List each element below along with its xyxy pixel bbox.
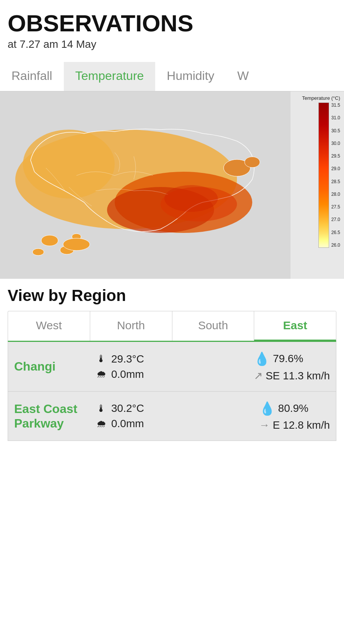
temperature-map — [0, 91, 290, 279]
station-metrics-changi: 🌡 29.3°C 🌧 0.0mm — [91, 353, 248, 381]
temperature-value-changi: 29.3°C — [111, 353, 144, 365]
svg-point-11 — [245, 157, 260, 168]
region-tabs: West North South East — [8, 311, 336, 341]
svg-point-13 — [164, 185, 218, 212]
tab-temperature[interactable]: Temperature — [64, 62, 156, 91]
station-extras-east-coast: 💧 80.9% → E 12.8 km/h — [253, 401, 330, 431]
rain-icon-ecp: 🌧 — [94, 418, 108, 430]
header: OBSERVATIONS at 7.27 am 14 May — [0, 0, 344, 54]
wind-arrow-icon-ecp: → — [259, 419, 270, 431]
temperature-legend: Temperature (°C) 31.5 31.0 30.5 30.0 29.… — [290, 95, 340, 248]
wind-row-changi: ↗ SE 11.3 km/h — [254, 369, 330, 382]
thermometer-icon: 🌡 — [94, 353, 108, 365]
temperature-row-changi: 🌡 29.3°C — [94, 353, 248, 365]
main-tabs: Rainfall Temperature Humidity W — [0, 62, 344, 91]
rainfall-row-east-coast: 🌧 0.0mm — [94, 418, 253, 430]
rainfall-value-changi: 0.0mm — [111, 368, 144, 381]
station-extras-changi: 💧 79.6% ↗ SE 11.3 km/h — [248, 351, 330, 382]
region-content: Changi 🌡 29.3°C 🌧 0.0mm 💧 79.6% ↗ — [8, 341, 336, 441]
legend-title: Temperature (°C) — [290, 95, 340, 101]
wind-arrow-icon-changi: ↗ — [254, 369, 263, 382]
station-name-changi: Changi — [14, 359, 91, 374]
rainfall-row-changi: 🌧 0.0mm — [94, 368, 248, 381]
humidity-row-changi: 💧 79.6% — [254, 351, 303, 366]
svg-point-5 — [41, 235, 58, 246]
tab-wind[interactable]: W — [226, 62, 260, 91]
region-tab-north[interactable]: North — [90, 311, 172, 341]
humidity-value-changi: 79.6% — [273, 353, 303, 365]
region-tab-west[interactable]: West — [8, 311, 90, 341]
view-by-region-section: View by Region West North South East Cha… — [0, 279, 344, 441]
humidity-icon-ecp: 💧 — [259, 401, 275, 416]
rainfall-value-east-coast: 0.0mm — [111, 418, 144, 430]
humidity-row-east-coast: 💧 80.9% — [259, 401, 308, 416]
region-tab-south[interactable]: South — [172, 311, 255, 341]
svg-point-7 — [32, 249, 44, 255]
legend-gradient-bar — [318, 102, 329, 248]
humidity-icon-changi: 💧 — [254, 351, 270, 366]
temperature-row-east-coast: 🌡 30.2°C — [94, 402, 253, 415]
page-title: OBSERVATIONS — [8, 11, 336, 35]
wind-value-changi: SE 11.3 km/h — [266, 370, 330, 382]
station-row-east-coast: East Coast Parkway 🌡 30.2°C 🌧 0.0mm 💧 80… — [8, 392, 336, 441]
region-section-title: View by Region — [8, 286, 336, 305]
svg-point-9 — [63, 238, 90, 250]
wind-value-east-coast: E 12.8 km/h — [273, 419, 330, 431]
station-row-changi: Changi 🌡 29.3°C 🌧 0.0mm 💧 79.6% ↗ — [8, 342, 336, 392]
region-tab-east[interactable]: East — [254, 311, 336, 341]
humidity-value-east-coast: 80.9% — [278, 402, 308, 415]
legend-labels: 31.5 31.0 30.5 30.0 29.5 29.0 28.5 28.0 … — [331, 102, 340, 248]
tab-humidity[interactable]: Humidity — [155, 62, 226, 91]
station-name-east-coast: East Coast Parkway — [14, 402, 91, 431]
tab-rainfall[interactable]: Rainfall — [0, 62, 64, 91]
thermometer-icon-ecp: 🌡 — [94, 403, 108, 415]
station-metrics-east-coast: 🌡 30.2°C 🌧 0.0mm — [91, 402, 253, 430]
svg-point-4 — [23, 130, 115, 198]
wind-row-east-coast: → E 12.8 km/h — [259, 419, 330, 431]
map-container: Temperature (°C) 31.5 31.0 30.5 30.0 29.… — [0, 91, 344, 279]
page-subtitle: at 7.27 am 14 May — [8, 38, 336, 50]
rain-icon-changi: 🌧 — [94, 368, 108, 380]
temperature-value-east-coast: 30.2°C — [111, 402, 144, 415]
